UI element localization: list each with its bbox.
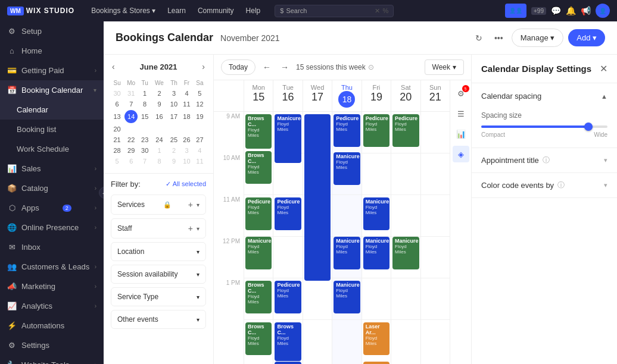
calendar-day[interactable]: 5	[194, 89, 206, 98]
calendar-day[interactable]: 28	[111, 146, 123, 155]
calendar-spacing-header[interactable]: Calendar spacing ▲	[472, 83, 617, 109]
day-column-thu[interactable]: Pedicure Floyd Miles Manicure Floyd Mile…	[332, 112, 361, 364]
sidebar-item-inbox[interactable]: ✉ Inbox	[0, 237, 104, 257]
megaphone-icon[interactable]: 📢	[581, 6, 591, 15]
sidebar-item-home[interactable]: ⌂ Home	[0, 41, 104, 61]
event-item[interactable]: Brows C... Floyd Miles	[275, 362, 301, 364]
calendar-day[interactable]: 9	[168, 156, 180, 166]
calendar-day[interactable]: 3	[168, 89, 180, 98]
day-column-mon[interactable]: Brows C... Floyd Miles Brows C... Floyd …	[244, 112, 273, 364]
sidebar-item-online-presence[interactable]: 🌐 Online Presence ›	[0, 218, 104, 237]
calendar-day[interactable]: 5	[111, 156, 123, 166]
nav-help[interactable]: Help	[241, 4, 266, 17]
mini-calendar-next[interactable]: ›	[200, 61, 207, 73]
event-item[interactable]: Pedicure Floyd Miles	[245, 197, 272, 230]
more-options-button[interactable]: •••	[491, 30, 507, 46]
calendar-day[interactable]: 30	[139, 146, 151, 155]
sidebar-item-catalog[interactable]: 📦 Catalog ›	[0, 178, 104, 198]
calendar-day[interactable]: 2	[168, 146, 180, 155]
display-icon-btn[interactable]: ◈	[453, 146, 469, 162]
event-item[interactable]: Manicure Floyd Miles	[275, 114, 301, 163]
day-column-tue[interactable]: Manicure Floyd Miles Pedicure Floyd Mile…	[273, 112, 302, 364]
session-availability-chevron-icon[interactable]: ▾	[197, 271, 200, 278]
nav-bookings[interactable]: Bookings & Stores ▾	[86, 4, 160, 17]
event-item[interactable]: Brows C... Floyd Miles	[275, 322, 301, 361]
calendar-day[interactable]: 4	[194, 146, 206, 155]
today-button[interactable]: Today	[221, 59, 255, 75]
calendar-day[interactable]: 6	[111, 99, 123, 109]
color-code-section[interactable]: Color code events by ⓘ ▾	[472, 173, 617, 198]
service-type-chevron-icon[interactable]: ▾	[197, 294, 200, 300]
event-item[interactable]: Manicure Floyd Miles	[363, 237, 389, 269]
sidebar-item-setup[interactable]: ⚙ Setup	[0, 21, 104, 41]
event-item[interactable]: Manicure Floyd Miles	[334, 152, 360, 185]
calendar-day[interactable]: 6	[124, 156, 138, 166]
calendar-day[interactable]: 17	[168, 110, 180, 123]
event-item[interactable]: Pedicure Floyd Miles	[363, 114, 389, 147]
calendar-day[interactable]: 29	[124, 146, 138, 155]
filter-group-session-availability-header[interactable]: Session availability ▾	[111, 265, 205, 283]
event-item[interactable]: Manicure Floyd Miles	[334, 237, 360, 269]
event-item[interactable]: Brows C... Floyd Miles	[245, 151, 272, 184]
appointment-title-section[interactable]: Appointment title ⓘ ▾	[472, 148, 617, 173]
sidebar-item-apps[interactable]: ⬡ Apps 2 ›	[0, 198, 104, 218]
mini-calendar-prev[interactable]: ‹	[110, 61, 117, 73]
calendar-day[interactable]: 25	[168, 135, 180, 145]
calendar-day[interactable]: 16	[152, 110, 167, 123]
services-chevron-icon[interactable]: ▾	[197, 202, 200, 208]
event-item[interactable]: Laser Ar... Floyd Miles	[363, 322, 389, 355]
event-item[interactable]: Manicure Floyd Miles	[245, 237, 272, 269]
calendar-day[interactable]: 13	[111, 110, 123, 123]
calendar-day[interactable]: 15	[139, 110, 151, 123]
chart-icon-btn[interactable]: 📊	[453, 125, 469, 142]
week-view-dropdown[interactable]: Week ▾	[425, 59, 464, 75]
sidebar-item-booking-list[interactable]: Booking list	[0, 120, 104, 139]
calendar-day[interactable]: 19	[194, 110, 206, 123]
event-item[interactable]	[304, 114, 331, 281]
filter-group-staff-header[interactable]: Staff + ▾	[111, 219, 205, 238]
sidebar-item-calendar[interactable]: Calendar	[0, 100, 104, 120]
calendar-day[interactable]: 18	[181, 110, 192, 123]
day-column-sun[interactable]	[420, 112, 450, 364]
list-icon-btn[interactable]: ☰	[453, 105, 469, 122]
sidebar-item-getting-paid[interactable]: 💳 Getting Paid ›	[0, 61, 104, 80]
sidebar-item-marketing[interactable]: 📣 Marketing ›	[0, 277, 104, 296]
staff-chevron-icon[interactable]: ▾	[197, 225, 200, 232]
add-button[interactable]: Add ▾	[568, 29, 605, 46]
calendar-day[interactable]: 1	[139, 89, 151, 98]
calendar-day[interactable]: 4	[181, 89, 192, 98]
filter-group-service-type-header[interactable]: Service Type ▾	[111, 288, 205, 306]
nav-community[interactable]: Community	[193, 4, 239, 17]
sidebar-item-website-tools[interactable]: 🔧 Website Tools ›	[0, 355, 104, 364]
calendar-day[interactable]: 7	[124, 99, 138, 109]
sidebar-item-customers-leads[interactable]: 👥 Customers & Leads ›	[0, 257, 104, 277]
day-column-wed[interactable]	[303, 112, 332, 364]
other-events-chevron-icon[interactable]: ▾	[197, 316, 200, 323]
services-add-icon[interactable]: +	[188, 200, 193, 209]
calendar-day[interactable]: 11	[181, 99, 192, 109]
settings-panel-close-button[interactable]: ✕	[600, 63, 607, 74]
calendar-day[interactable]: 8	[152, 156, 167, 166]
event-item[interactable]: Brows C... Floyd Miles	[245, 114, 272, 149]
calendar-day[interactable]: 8	[139, 99, 151, 109]
next-week-button[interactable]: →	[278, 60, 291, 74]
staff-add-icon[interactable]: +	[188, 224, 193, 233]
sidebar-item-settings[interactable]: ⚙ Settings	[0, 335, 104, 355]
chat-icon[interactable]: 💬	[551, 6, 561, 15]
bell-icon[interactable]: 🔔	[566, 6, 576, 15]
event-item[interactable]: Pedicure Floyd Miles	[392, 114, 419, 147]
calendar-day[interactable]: 21	[111, 135, 123, 145]
sidebar-item-automations[interactable]: ⚡ Automations	[0, 316, 104, 335]
calendar-day[interactable]: 24	[152, 135, 167, 145]
event-item[interactable]: Brows C... Floyd Miles	[245, 281, 272, 313]
prev-week-button[interactable]: ←	[260, 60, 273, 74]
sidebar-item-sales[interactable]: 📊 Sales ›	[0, 159, 104, 178]
event-item[interactable]: Pedicure Floyd Miles	[275, 281, 301, 313]
nav-learn[interactable]: Learn	[163, 4, 191, 17]
calendar-day[interactable]: 9	[152, 99, 167, 109]
event-item[interactable]: Manicure Floyd Miles	[334, 281, 360, 313]
settings-icon-btn[interactable]: ⚙ 5	[453, 85, 469, 102]
sidebar-item-booking-calendar[interactable]: 📅 Booking Calendar ▾	[0, 80, 104, 100]
calendar-day[interactable]: 26	[181, 135, 192, 145]
event-item[interactable]: Manicure Floyd Miles	[363, 197, 389, 230]
